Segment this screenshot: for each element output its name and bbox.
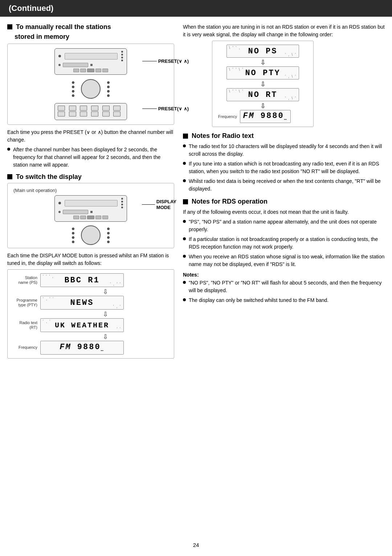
device-bottom-unit-1 <box>54 103 127 120</box>
section-recall-title: To manually recall the stations <box>7 23 174 31</box>
right-column: When the station you are tuning in is no… <box>183 23 385 359</box>
page-header: (Continued) <box>0 0 392 17</box>
main-device-row-2 <box>13 225 168 245</box>
notes-sub-label: Notes: <box>183 272 385 278</box>
recall-bullet-1: After the channel number has been displa… <box>7 146 174 169</box>
section-bullet-2 <box>7 174 12 179</box>
device-diagram-1: PRESET(∨ ∧) <box>7 44 174 125</box>
display-mode-label: DISPLAYMODE <box>142 199 176 210</box>
switch-body-text: Each time the DISPLAY MODE button is pre… <box>7 252 174 267</box>
section-recall-subtitle: stored in memory <box>15 33 174 41</box>
arrow-down-2: ⇩ <box>103 310 108 318</box>
notes-radio-text-section: Notes for Radio text The radio text for … <box>183 132 385 193</box>
notes-radio-text-title: Notes for Radio text <box>183 132 385 140</box>
recall-body-text: Each time you press the PRESET (∨ or ∧) … <box>7 128 174 144</box>
right-speaker-dots <box>107 81 110 97</box>
device-top-unit-2 <box>54 195 127 222</box>
section-bullet-3 <box>183 134 188 139</box>
right-intro-text: When the station you are tuning in is no… <box>183 23 385 38</box>
display-freq-right: FM 9880… <box>243 111 288 121</box>
section-switch-display: To switch the display (Main unit operati… <box>7 173 174 359</box>
radio-text-bullet-1: The radio text for 10 characters will be… <box>183 143 385 158</box>
section-recall: To manually recall the stations stored i… <box>7 23 174 169</box>
section-switch-title: To switch the display <box>7 173 174 181</box>
dot-2-top-left <box>58 202 61 204</box>
dot-top-left <box>58 55 61 57</box>
left-column: To manually recall the stations stored i… <box>7 23 174 359</box>
dot-tr4 <box>121 60 123 61</box>
dot-tr1 <box>121 51 123 53</box>
notes-sub-bullet-1: "NO PS", "NO PTY" or "NO RT" will flash … <box>183 279 385 294</box>
main-unit-label: (Main unit operation) <box>13 188 168 193</box>
display-row-ps: BBC R1 <box>64 276 99 285</box>
main-device-row <box>13 79 168 99</box>
arrow-down-1: ⇩ <box>103 288 108 296</box>
arrow-r-1: ⇩ <box>260 58 266 66</box>
section-bullet-4 <box>183 199 188 204</box>
page-number: 24 <box>0 538 392 552</box>
arrow-r-3: ⇩ <box>260 102 266 110</box>
display-flow-right: \ ' ' , NO PS ' , \ ' ⇩ \ ' ' \ ' NO PTY… <box>212 41 314 127</box>
display-row-rt: UK WEATHER <box>55 321 109 330</box>
display-nops: NO PS <box>248 47 277 56</box>
rds-bullet-3: When you receive an RDS station whose si… <box>183 253 385 268</box>
device-top-unit-1 <box>54 48 127 75</box>
volume-knob-2 <box>81 225 101 245</box>
preset-label-2: PRESET(∨ ∧) <box>142 106 189 111</box>
preset-label-1: PRESET(∨ ∧) <box>142 58 189 64</box>
volume-knob <box>81 79 101 99</box>
device-diagram-2: (Main unit operation) <box>7 183 174 248</box>
display-row-freq-left: FM 9880… <box>60 343 105 352</box>
dot-tr3 <box>121 57 123 58</box>
dot-tr2 <box>121 54 123 56</box>
header-title: (Continued) <box>9 4 53 13</box>
section-bullet-1 <box>7 24 12 29</box>
display-row-pty: NEWS <box>70 298 94 307</box>
rds-bullet-2: If a particular station is not broadcast… <box>183 236 385 251</box>
right-speaker-2 <box>107 228 110 243</box>
notes-rds-title: Notes for RDS operation <box>183 198 385 205</box>
arrow-down-3: ⇩ <box>103 333 108 341</box>
arrow-r-2: ⇩ <box>260 80 266 88</box>
display-nort: NO RT <box>248 90 277 99</box>
left-speaker-dots <box>72 81 74 97</box>
display-flow-left: Stationname (PS) ' ' ' , BBC R1 ' , ' ' … <box>7 269 174 359</box>
notes-sub-bullet-2: The display can only be switched whilst … <box>183 297 385 304</box>
rds-intro: If any of the following events occur, it… <box>183 208 385 216</box>
recall-bullet-dot-1 <box>7 148 10 151</box>
rds-bullet-1: "PS", "NO PS" and a station name appear … <box>183 218 385 233</box>
radio-text-bullet-2: If you tune into a station which is not … <box>183 160 385 175</box>
left-speaker-2 <box>72 228 74 243</box>
radio-text-bullet-3: Whilst radio text data is being received… <box>183 177 385 193</box>
display-nopty: NO PTY <box>245 69 280 78</box>
notes-rds-section: Notes for RDS operation If any of the fo… <box>183 198 385 304</box>
recall-bullet-text-1: After the channel number has been displa… <box>13 146 174 169</box>
notes-sub: Notes: "NO PS", "NO PTY" or "NO RT" will… <box>183 272 385 304</box>
